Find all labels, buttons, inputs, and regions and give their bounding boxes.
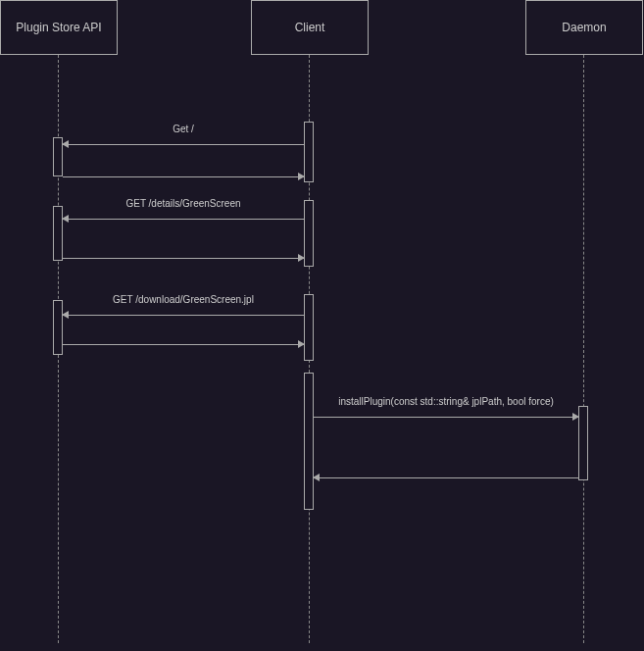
message-return <box>63 170 304 183</box>
sequence-diagram: Plugin Store API Client Daemon Get / GET… <box>0 0 644 651</box>
activation-client <box>304 200 314 267</box>
message-return <box>63 251 304 265</box>
participant-plugin-store-api: Plugin Store API <box>0 0 118 55</box>
message-return <box>314 471 578 484</box>
message-line <box>314 417 578 418</box>
participant-label: Plugin Store API <box>16 21 101 34</box>
message-line <box>63 219 304 220</box>
message-line <box>63 344 304 345</box>
message-label: GET /details/GreenScreen <box>63 198 304 209</box>
activation-client <box>304 294 314 361</box>
activation-plugin-store-api <box>53 300 63 355</box>
message-label: Get / <box>63 124 304 134</box>
message-line <box>314 477 578 478</box>
message-label: GET /download/GreenScreen.jpl <box>63 294 304 305</box>
lifeline-daemon <box>583 55 584 643</box>
participant-label: Daemon <box>562 21 606 34</box>
participant-daemon: Daemon <box>525 0 643 55</box>
participant-label: Client <box>295 21 325 34</box>
message-line <box>63 144 304 145</box>
message-get-download: GET /download/GreenScreen.jpl <box>63 308 304 322</box>
activation-daemon <box>578 406 588 480</box>
participant-client: Client <box>251 0 369 55</box>
message-line <box>63 176 304 177</box>
message-install-plugin: installPlugin(const std::string& jplPath… <box>314 410 578 424</box>
message-line <box>63 258 304 259</box>
message-line <box>63 315 304 316</box>
activation-client <box>304 122 314 182</box>
message-return <box>63 337 304 351</box>
message-get-details: GET /details/GreenScreen <box>63 212 304 225</box>
activation-client <box>304 373 314 510</box>
message-get-root: Get / <box>63 137 304 151</box>
message-label: installPlugin(const std::string& jplPath… <box>314 396 578 407</box>
